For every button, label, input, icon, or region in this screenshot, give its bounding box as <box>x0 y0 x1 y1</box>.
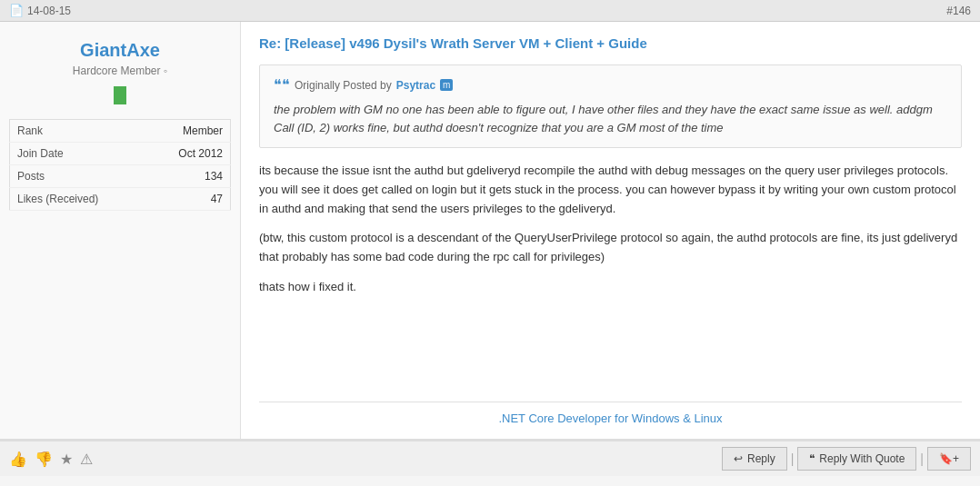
action-bar-left: 👍 👎 ★ ⚠ <box>9 451 93 468</box>
action-bar-right: ↩ Reply | ❝ Reply With Quote | 🔖+ <box>722 447 971 471</box>
reply-icon: ↩ <box>734 452 743 465</box>
mod-badge: m <box>440 79 453 91</box>
post-container: GiantAxe Hardcore Member ◦ RankMemberJoi… <box>0 22 980 440</box>
quote-icon: ❝❝ <box>274 76 290 94</box>
stat-label: Rank <box>10 120 146 143</box>
quote-block: ❝❝ Originally Posted by Psytrac m the pr… <box>259 64 962 148</box>
reply-label: Reply <box>747 452 775 465</box>
username: GiantAxe <box>80 40 160 61</box>
extra-icon: 🔖+ <box>939 452 959 465</box>
flag-icon[interactable]: ⚠ <box>80 451 93 468</box>
user-stats-table: RankMemberJoin DateOct 2012Posts134Likes… <box>9 119 231 211</box>
stat-row: Likes (Received)47 <box>10 188 231 211</box>
thanks2-icon[interactable]: 👎 <box>35 451 53 468</box>
star-icon[interactable]: ★ <box>60 451 73 468</box>
stat-value: 47 <box>146 188 231 211</box>
reply-with-quote-button[interactable]: ❝ Reply With Quote <box>797 447 916 471</box>
user-title: Hardcore Member ◦ <box>73 64 167 77</box>
stat-value: Oct 2012 <box>146 143 231 165</box>
post-date-text: 14-08-15 <box>27 5 71 17</box>
stat-value: Member <box>146 120 231 143</box>
user-sidebar: GiantAxe Hardcore Member ◦ RankMemberJoi… <box>0 22 241 439</box>
stat-label: Posts <box>10 165 146 188</box>
post-signature: .NET Core Developer for Windows & Linux <box>259 402 962 425</box>
reply-with-quote-label: Reply With Quote <box>819 452 905 465</box>
action-divider: | <box>787 451 798 466</box>
quote-label: Originally Posted by <box>295 79 392 92</box>
user-rep-bar <box>114 86 126 104</box>
post-paragraph: its because the issue isnt the authd but… <box>259 162 962 218</box>
post-number: #146 <box>946 5 971 17</box>
stat-row: Join DateOct 2012 <box>10 143 231 165</box>
quote-author: Psytrac <box>396 79 435 92</box>
stat-value: 134 <box>146 165 231 188</box>
stat-row: Posts134 <box>10 165 231 188</box>
post-title: Re: [Release] v496 Dysil's Wrath Server … <box>259 35 962 51</box>
extra-action-button[interactable]: 🔖+ <box>927 447 971 471</box>
post-paragraph: (btw, this custom protocol is a descenda… <box>259 229 962 267</box>
stat-label: Join Date <box>10 143 146 165</box>
action-divider2: | <box>916 451 927 466</box>
post-date: 📄 14-08-15 <box>9 4 71 17</box>
action-bar: 👍 👎 ★ ⚠ ↩ Reply | ❝ Reply With Quote | 🔖… <box>0 440 980 476</box>
post-paragraph: thats how i fixed it. <box>259 278 962 297</box>
quote-text: the problem with GM no one has been able… <box>274 101 947 136</box>
reply-button[interactable]: ↩ Reply <box>722 447 787 471</box>
stat-label: Likes (Received) <box>10 188 146 211</box>
quote-attribution: ❝❝ Originally Posted by Psytrac m <box>274 76 947 94</box>
post-content-area: Re: [Release] v496 Dysil's Wrath Server … <box>241 22 980 439</box>
top-bar: 📄 14-08-15 #146 <box>0 0 980 22</box>
thanks-icon[interactable]: 👍 <box>9 451 27 468</box>
reply-quote-icon: ❝ <box>809 452 815 465</box>
calendar-icon: 📄 <box>9 4 24 17</box>
post-body: its because the issue isnt the authd but… <box>259 162 962 402</box>
stat-row: RankMember <box>10 120 231 143</box>
